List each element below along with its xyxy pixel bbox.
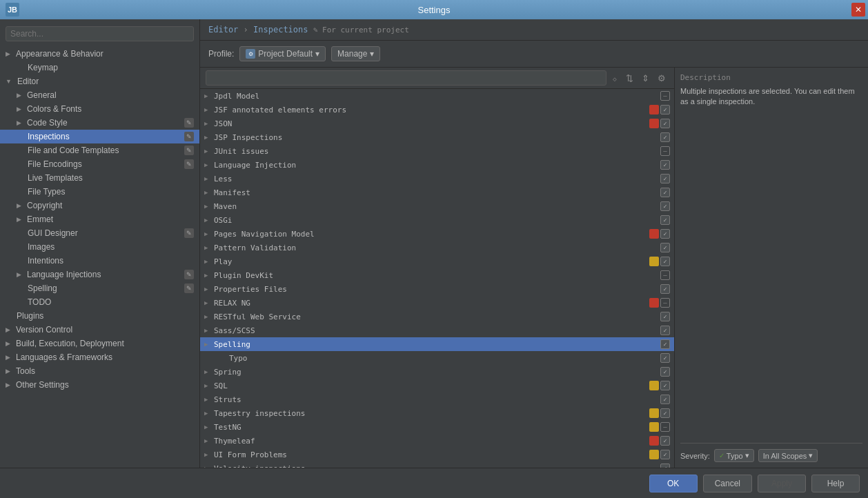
inspection-row[interactable]: ▶Velocity inspections✓ (200, 461, 674, 468)
inspection-row[interactable]: ▶Less✓ (200, 172, 674, 186)
sidebar-item-live-templates[interactable]: Live Templates (0, 171, 199, 185)
sidebar-edit-icon[interactable]: ✎ (184, 118, 194, 128)
inspection-row[interactable]: ▶RELAX NG– (200, 296, 674, 310)
inspection-checkbox[interactable]: ✓ (660, 229, 670, 239)
inspection-row[interactable]: ▶JSP Inspections✓ (200, 130, 674, 144)
inspection-checkbox[interactable]: – (660, 91, 670, 101)
inspection-row[interactable]: ▶JUnit issues– (200, 144, 674, 158)
sidebar-item-appearance[interactable]: ▶Appearance & Behavior (0, 47, 199, 61)
inspection-checkbox[interactable]: ✓ (660, 464, 670, 468)
settings-button[interactable]: ⚙ (655, 72, 669, 85)
inspection-row[interactable]: ▶Properties Files✓ (200, 282, 674, 296)
inspection-row[interactable]: ▶Sass/SCSS✓ (200, 323, 674, 337)
sidebar-item-inspections[interactable]: Inspections✎ (0, 130, 199, 143)
inspection-row[interactable]: ▶Tapestry inspections✓ (200, 406, 674, 420)
inspection-checkbox[interactable]: ✓ (660, 367, 670, 377)
inspection-checkbox[interactable]: ✓ (660, 381, 670, 390)
sidebar-item-spelling[interactable]: Spelling✎ (0, 281, 199, 295)
inspection-checkbox[interactable]: ✓ (660, 257, 670, 266)
inspection-checkbox[interactable]: – (660, 270, 670, 280)
inspection-checkbox[interactable]: ✓ (660, 312, 670, 321)
inspection-checkbox[interactable]: ✓ (660, 450, 670, 459)
inspection-checkbox[interactable]: ✓ (660, 160, 670, 170)
inspection-row[interactable]: ▶Play✓ (200, 255, 674, 268)
sidebar-edit-icon[interactable]: ✎ (184, 228, 194, 238)
sidebar-item-file-types[interactable]: File Types (0, 185, 199, 199)
inspection-row[interactable]: Typo✓ (200, 351, 674, 365)
inspection-checkbox[interactable]: – (660, 298, 670, 308)
inspection-checkbox[interactable]: ✓ (660, 353, 670, 363)
sidebar-item-file-code-templates[interactable]: File and Code Templates✎ (0, 143, 199, 157)
filter-button[interactable]: ⬦ (609, 72, 620, 85)
inspection-checkbox[interactable]: ✓ (660, 243, 670, 252)
sidebar-item-copyright[interactable]: ▶Copyright (0, 199, 199, 212)
sidebar-item-build-exec-deploy[interactable]: ▶Build, Execution, Deployment (0, 337, 199, 350)
ok-button[interactable]: OK (649, 475, 698, 492)
sidebar-item-keymap[interactable]: Keymap (0, 61, 199, 74)
inspection-checkbox[interactable]: ✓ (660, 326, 670, 335)
inspection-row[interactable]: ▶UI Form Problems✓ (200, 448, 674, 461)
sidebar-item-editor[interactable]: ▼Editor (0, 74, 199, 88)
sidebar-item-language-injections[interactable]: ▶Language Injections✎ (0, 268, 199, 281)
inspection-row[interactable]: ▶SQL✓ (200, 379, 674, 392)
apply-button[interactable]: Apply (758, 475, 806, 492)
sidebar-item-file-encodings[interactable]: File Encodings✎ (0, 157, 199, 171)
sidebar-item-version-control[interactable]: ▶Version Control (0, 323, 199, 337)
sidebar-edit-icon[interactable]: ✎ (184, 146, 194, 155)
inspection-checkbox[interactable]: – (660, 422, 670, 432)
inspection-checkbox[interactable]: ✓ (660, 339, 670, 349)
inspection-checkbox[interactable]: ✓ (660, 132, 670, 142)
inspection-row[interactable]: ▶Struts✓ (200, 392, 674, 406)
inspection-checkbox[interactable]: ✓ (660, 188, 670, 197)
inspection-row[interactable]: ▶Thymeleaf✓ (200, 434, 674, 448)
inspection-search[interactable] (206, 70, 606, 86)
inspection-checkbox[interactable]: ✓ (660, 408, 670, 418)
sidebar-item-tools[interactable]: ▶Tools (0, 364, 199, 378)
sidebar-edit-icon[interactable]: ✎ (184, 270, 194, 279)
inspection-checkbox[interactable]: ✓ (660, 436, 670, 446)
sidebar-item-emmet[interactable]: ▶Emmet (0, 212, 199, 226)
help-button[interactable]: Help (811, 475, 860, 492)
inspection-checkbox[interactable]: – (660, 146, 670, 156)
profile-dropdown[interactable]: ⚙ Project Default ▾ (239, 46, 326, 61)
inspection-row[interactable]: ▶Pages Navigation Model✓ (200, 227, 674, 241)
inspection-row[interactable]: ▶Spelling✓→ (200, 337, 674, 351)
inspection-checkbox[interactable]: ✓ (660, 201, 670, 211)
sidebar-edit-icon[interactable]: ✎ (184, 283, 194, 293)
sidebar-item-colors-fonts[interactable]: ▶Colors & Fonts (0, 102, 199, 116)
inspection-checkbox[interactable]: ✓ (660, 119, 670, 128)
sidebar-item-todo[interactable]: TODO (0, 295, 199, 309)
sidebar-item-languages-frameworks[interactable]: ▶Languages & Frameworks (0, 350, 199, 364)
expand-button[interactable]: ⇕ (639, 72, 652, 85)
severity-dropdown[interactable]: ✓ Typo ▾ (714, 449, 754, 462)
sidebar-item-gui-designer[interactable]: GUI Designer✎ (0, 226, 199, 240)
sidebar-item-general[interactable]: ▶General (0, 88, 199, 102)
inspection-checkbox[interactable]: ✓ (660, 105, 670, 114)
inspection-row[interactable]: ▶JSON✓ (200, 117, 674, 130)
sidebar-item-images[interactable]: Images (0, 240, 199, 254)
inspection-row[interactable]: ▶Manifest✓ (200, 186, 674, 199)
inspection-row[interactable]: ▶TestNG– (200, 420, 674, 434)
sidebar-item-intentions[interactable]: Intentions (0, 254, 199, 268)
inspection-row[interactable]: ▶Language Injection✓ (200, 158, 674, 172)
inspection-row[interactable]: ▶Pattern Validation✓ (200, 241, 674, 255)
inspection-row[interactable]: ▶Spring✓ (200, 365, 674, 379)
inspection-checkbox[interactable]: ✓ (660, 215, 670, 225)
inspection-row[interactable]: ▶Jpdl Model– (200, 89, 674, 103)
sidebar-item-plugins[interactable]: Plugins (0, 309, 199, 323)
sidebar-item-code-style[interactable]: ▶Code Style✎ (0, 116, 199, 130)
sidebar-item-other-settings[interactable]: ▶Other Settings (0, 378, 199, 392)
sidebar-edit-icon[interactable]: ✎ (184, 132, 194, 141)
inspection-checkbox[interactable]: ✓ (660, 284, 670, 294)
inspection-row[interactable]: ▶Maven✓ (200, 199, 674, 213)
inspection-row[interactable]: ▶Plugin DevKit– (200, 268, 674, 282)
inspection-row[interactable]: ▶JSF annotated elements errors✓ (200, 103, 674, 117)
manage-button[interactable]: Manage ▾ (331, 46, 380, 61)
sort-button[interactable]: ⇅ (623, 72, 636, 85)
inspection-row[interactable]: ▶RESTful Web Service✓ (200, 310, 674, 323)
inspection-checkbox[interactable]: ✓ (660, 174, 670, 183)
scope-dropdown[interactable]: In All Scopes ▾ (758, 449, 818, 462)
inspection-checkbox[interactable]: ✓ (660, 395, 670, 404)
sidebar-edit-icon[interactable]: ✎ (184, 159, 194, 169)
inspection-row[interactable]: ▶OSGi✓ (200, 213, 674, 227)
